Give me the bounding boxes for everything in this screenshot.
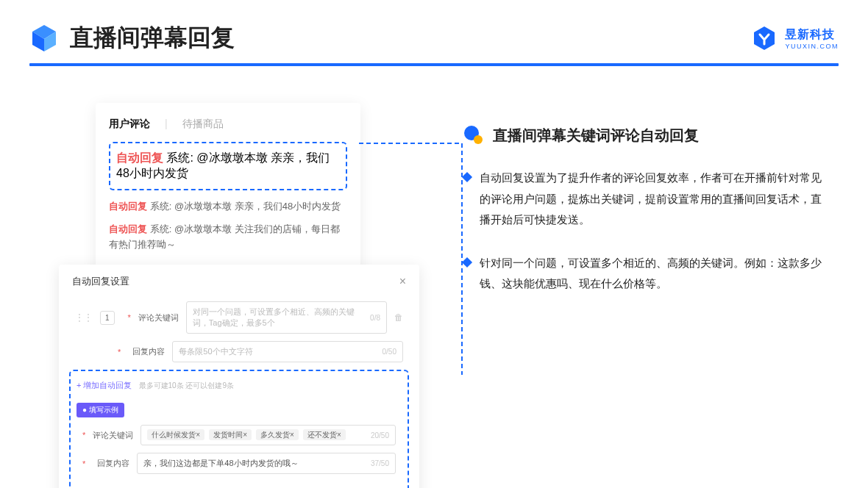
tag-pill[interactable]: 多久发货× — [256, 429, 299, 440]
page-header: 直播间弹幕回复 昱新科技 YUUXIN.COM — [0, 0, 868, 54]
add-auto-reply-link[interactable]: + 增加自动回复 — [77, 380, 132, 391]
cube-icon — [29, 24, 59, 53]
diamond-bullet-icon — [462, 256, 472, 267]
tab-user-comments[interactable]: 用户评论 — [109, 118, 150, 131]
settings-card: 自动回复设置 × ⋮⋮ 1 * 评论关键词 对同一个问题，可设置多个相近、高频的… — [59, 265, 419, 488]
comment-row: 自动回复 系统: @冰墩墩本墩 关注我们的店铺，每日都有热门推荐呦～ — [109, 222, 347, 253]
svg-point-4 — [474, 135, 483, 144]
diamond-bullet-icon — [462, 172, 472, 182]
chat-bubble-icon — [463, 125, 484, 146]
brand-group: 昱新科技 YUUXIN.COM — [751, 25, 839, 51]
comment-row: 自动回复 系统: @冰墩墩本墩 亲亲，我们48小时内发货 — [109, 199, 347, 215]
content-count: 0/50 — [383, 348, 396, 356]
brand-name-cn: 昱新科技 — [785, 27, 839, 43]
brand-text: 昱新科技 YUUXIN.COM — [785, 27, 839, 50]
ex-content-label: 回复内容 — [93, 458, 129, 469]
example-content-row: * 回复内容 亲，我们这边都是下单48小时内发货的哦～ 37/50 — [77, 453, 402, 474]
auto-reply-tag: 自动回复 — [116, 151, 163, 164]
keyword-count: 0/8 — [370, 314, 380, 322]
ex-keyword-count: 20/50 — [371, 431, 389, 439]
tag-pill[interactable]: 还不发货× — [303, 429, 346, 440]
bullet-item: 针对同一个问题，可设置多个相近的、高频的关键词。例如：这款多少钱、这块能优惠吗、… — [463, 253, 824, 295]
content-area: 用户评论 | 待播商品 自动回复 系统: @冰墩墩本墩 亲亲，我们48小时内发货… — [0, 66, 868, 317]
ex-keyword-input[interactable]: 什么时候发货× 发货时间× 多久发货× 还不发货× 20/50 — [140, 425, 396, 445]
highlighted-comment: 自动回复 系统: @冰墩墩本墩 亲亲，我们48小时内发货 — [109, 142, 347, 190]
delete-icon[interactable]: 🗑 — [394, 312, 403, 323]
comment-text: @冰墩墩本墩 亲亲，我们48小时内发货 — [174, 201, 341, 212]
section-title: 直播间弹幕关键词评论自动回复 — [493, 126, 699, 146]
ex-content-count: 37/50 — [371, 459, 389, 467]
left-column: 用户评论 | 待播商品 自动回复 系统: @冰墩墩本墩 亲亲，我们48小时内发货… — [96, 103, 419, 317]
keyword-input[interactable]: 对同一个问题，可设置多个相近、高频的关键词，Tag确定，最多5个 0/8 — [186, 301, 387, 334]
content-label: 回复内容 — [128, 346, 165, 357]
sys-prefix: 系统: — [150, 223, 172, 234]
required-mark: * — [118, 348, 121, 356]
tag-pill[interactable]: 发货时间× — [209, 429, 252, 440]
settings-title: 自动回复设置 — [72, 275, 129, 288]
index-badge: 1 — [100, 311, 115, 325]
ex-content-text: 亲，我们这边都是下单48小时内发货的哦～ — [143, 458, 298, 469]
ex-content-input[interactable]: 亲，我们这边都是下单48小时内发货的哦～ 37/50 — [137, 453, 396, 474]
sys-prefix: 系统: — [166, 151, 193, 164]
form-row-keyword: ⋮⋮ 1 * 评论关键词 对同一个问题，可设置多个相近、高频的关键词，Tag确定… — [69, 301, 409, 334]
tab-pending-goods[interactable]: 待播商品 — [182, 118, 224, 131]
required-mark: * — [82, 431, 85, 439]
page-title: 直播间弹幕回复 — [70, 22, 235, 54]
section-head: 直播间弹幕关键词评论自动回复 — [463, 125, 824, 146]
content-placeholder: 每条限50个中文字符 — [179, 346, 252, 357]
comments-card: 用户评论 | 待播商品 自动回复 系统: @冰墩墩本墩 亲亲，我们48小时内发货… — [96, 103, 360, 274]
sys-prefix: 系统: — [150, 201, 172, 212]
right-column: 直播间弹幕关键词评论自动回复 自动回复设置为了提升作者的评论回复效率，作者可在开… — [463, 103, 824, 317]
bullet-text: 针对同一个问题，可设置多个相近的、高频的关键词。例如：这款多少钱、这块能优惠吗、… — [480, 253, 824, 295]
drag-handle-icon[interactable]: ⋮⋮ — [75, 312, 93, 323]
settings-header: 自动回复设置 × — [69, 275, 409, 288]
example-badge: ● 填写示例 — [77, 403, 124, 417]
auto-reply-tag: 自动回复 — [109, 201, 147, 212]
keyword-placeholder: 对同一个问题，可设置多个相近、高频的关键词，Tag确定，最多5个 — [193, 306, 370, 329]
brand-logo-icon — [751, 25, 778, 51]
tag-pill[interactable]: 什么时候发货× — [147, 429, 204, 440]
auto-reply-tag: 自动回复 — [109, 223, 147, 234]
required-mark: * — [82, 459, 85, 468]
tabs: 用户评论 | 待播商品 — [109, 118, 347, 131]
required-mark: * — [128, 313, 131, 322]
example-block: + 增加自动回复 最多可建10条 还可以创建9条 ● 填写示例 * 评论关键词 … — [69, 370, 409, 488]
bullet-text: 自动回复设置为了提升作者的评论回复效率，作者可在开播前针对常见的评论用户问题，提… — [480, 168, 824, 231]
keyword-label: 评论关键词 — [138, 312, 179, 323]
close-icon[interactable]: × — [399, 275, 406, 288]
title-group: 直播间弹幕回复 — [29, 22, 235, 54]
form-row-content: * 回复内容 每条限50个中文字符 0/50 — [69, 341, 409, 362]
ex-keyword-label: 评论关键词 — [93, 430, 133, 441]
bullet-item: 自动回复设置为了提升作者的评论回复效率，作者可在开播前针对常见的评论用户问题，提… — [463, 168, 824, 231]
example-keyword-row: * 评论关键词 什么时候发货× 发货时间× 多久发货× 还不发货× 20/50 — [77, 425, 402, 445]
content-input[interactable]: 每条限50个中文字符 0/50 — [172, 341, 403, 362]
brand-name-en: YUUXIN.COM — [785, 43, 839, 50]
add-hint: 最多可建10条 还可以创建9条 — [139, 381, 234, 390]
